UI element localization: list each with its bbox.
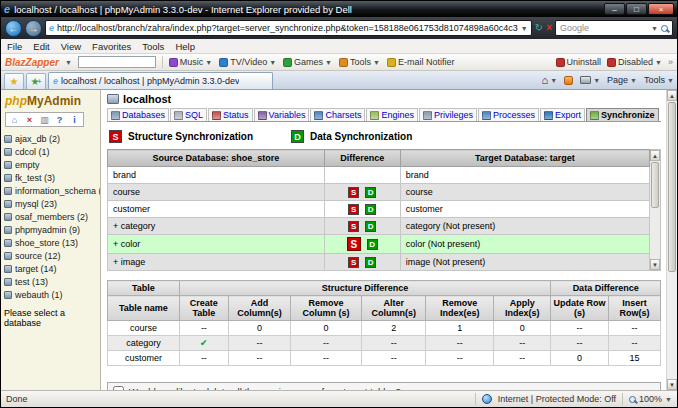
tab-processes[interactable]: Processes <box>478 108 539 121</box>
sidebar-item-source[interactable]: source (12) <box>4 249 98 262</box>
zoom-control[interactable]: 100% ▼ <box>629 394 672 404</box>
sidebar-item-mysql[interactable]: mysql (23) <box>4 197 98 210</box>
forward-button[interactable]: → <box>25 20 42 37</box>
database-label: target (14) <box>15 264 57 274</box>
tab-variables[interactable]: Variables <box>254 108 310 121</box>
tools-icon <box>339 58 348 67</box>
menu-edit[interactable]: Edit <box>33 41 49 52</box>
diff-row: + categorySDcategory (Not present) <box>108 218 650 235</box>
browser-scroll-down-icon[interactable]: ▼ <box>667 379 677 390</box>
print-button[interactable]: ▼ <box>580 76 600 84</box>
favorites-icon[interactable]: ★ <box>4 73 24 89</box>
sidebar-item-phpmyadmin[interactable]: phpmyadmin (9) <box>4 223 98 236</box>
sidebar-item-fk-test[interactable]: fk_test (3) <box>4 171 98 184</box>
menu-favorites[interactable]: Favorites <box>92 41 131 52</box>
tab-charsets[interactable]: Charsets <box>310 108 365 121</box>
close-button[interactable]: × <box>648 3 674 15</box>
info-icon[interactable]: i <box>69 114 80 125</box>
databases-icon <box>111 111 120 120</box>
tools-menu[interactable]: Tools▼ <box>644 75 674 85</box>
search-icon[interactable] <box>661 25 668 32</box>
structure-sync-button[interactable]: S <box>348 221 359 232</box>
menu-file[interactable]: File <box>7 41 22 52</box>
toolbar-search-input[interactable] <box>78 56 156 68</box>
data-sync-icon: D <box>291 130 304 143</box>
sidebar-item-webauth[interactable]: webauth (1) <box>4 288 98 301</box>
pma-logo[interactable]: phpMyAdmin <box>5 94 98 108</box>
diff-row: customerSDcustomer <box>108 201 650 218</box>
detail-column-header: Insert Row(s) <box>608 296 660 321</box>
browser-scrollbar-thumb[interactable] <box>668 102 676 272</box>
detail-row: customer------------015 <box>108 351 661 366</box>
logout-icon[interactable]: × <box>24 114 35 125</box>
sidebar-item-cdcol[interactable]: cdcol (1) <box>4 145 98 158</box>
toolbar-item-e-mail-notifier[interactable]: E-mail Notifier <box>387 57 455 67</box>
sidebar-item-test[interactable]: test (13) <box>4 275 98 288</box>
structure-sync-button[interactable]: S <box>347 237 361 251</box>
data-sync-button[interactable]: D <box>365 204 376 215</box>
data-sync-button[interactable]: D <box>365 221 376 232</box>
data-sync-button[interactable]: D <box>365 187 376 198</box>
sidebar-item-information-schema[interactable]: information_schema (28) <box>4 184 98 197</box>
sidebar-item-shoe-store[interactable]: shoe_store (13) <box>4 236 98 249</box>
tab-privileges[interactable]: Privileges <box>419 108 477 121</box>
back-button[interactable]: ← <box>5 20 22 37</box>
browser-scroll-up-icon[interactable]: ▲ <box>667 90 677 101</box>
toolbar-item-tv-video[interactable]: TV/Video▼ <box>219 57 276 67</box>
tab-status[interactable]: Status <box>208 108 253 121</box>
maximize-button[interactable]: □ <box>626 3 647 15</box>
page-menu[interactable]: Page▼ <box>607 75 637 85</box>
search-dropdown-icon[interactable]: ▼ <box>651 25 658 32</box>
search-box[interactable]: Google ▼ <box>555 20 673 36</box>
menu-view[interactable]: View <box>61 41 81 52</box>
search-input[interactable]: Google <box>560 23 648 33</box>
toolbar-item-uninstall[interactable]: Uninstall <box>556 57 602 67</box>
status-bar: Done Internet | Protected Mode: Off 100%… <box>1 390 677 407</box>
detail-table: TableStructure DifferenceData Difference… <box>107 280 661 366</box>
structure-sync-button[interactable]: S <box>348 257 359 268</box>
refresh-button[interactable]: ↻ <box>535 23 543 33</box>
sidebar-item-osaf-members[interactable]: osaf_members (2) <box>4 210 98 223</box>
address-field[interactable]: e http://localhost/branch/zahra/index.ph… <box>45 20 532 36</box>
address-dropdown-icon[interactable]: ▼ <box>521 25 528 32</box>
query-window-icon[interactable]: ▥ <box>39 114 50 125</box>
toolbar-item-games[interactable]: Games▼ <box>283 57 332 67</box>
scrollbar-thumb[interactable] <box>651 162 659 208</box>
menu-help[interactable]: Help <box>175 41 195 52</box>
tab-sql[interactable]: SQL <box>170 108 207 121</box>
sidebar-item-target[interactable]: target (14) <box>4 262 98 275</box>
minimize-button[interactable]: – <box>604 3 625 15</box>
tab-engines[interactable]: Engines <box>366 108 418 121</box>
diff-table-body: brandbrandcourseSDcoursecustomerSDcustom… <box>108 167 650 271</box>
feeds-button[interactable] <box>564 76 573 85</box>
home-icon[interactable]: ⌂ <box>9 114 20 125</box>
url-text[interactable]: http://localhost/branch/zahra/index.php?… <box>57 23 518 33</box>
structure-sync-button[interactable]: S <box>348 187 359 198</box>
tab-export[interactable]: Export <box>540 108 585 121</box>
database-icon <box>4 148 12 156</box>
add-favorite-icon[interactable]: ★+ <box>26 73 46 89</box>
difference-header: Difference <box>324 150 400 167</box>
tab-databases[interactable]: Databases <box>107 108 169 121</box>
scroll-up-icon[interactable]: ▲ <box>650 150 660 161</box>
brand-dropdown-icon[interactable]: ▼ <box>65 59 72 66</box>
stop-button[interactable]: × <box>546 23 552 33</box>
structure-sync-button[interactable]: S <box>348 204 359 215</box>
docs-icon[interactable]: ? <box>54 114 65 125</box>
menu-tools[interactable]: Tools <box>142 41 164 52</box>
browser-tab[interactable]: e localhost / localhost | phpMyAdmin 3.3… <box>48 72 273 89</box>
data-sync-button[interactable]: D <box>365 257 376 268</box>
data-sync-button[interactable]: D <box>367 239 378 250</box>
toolbar-item-tools[interactable]: Tools▼ <box>339 57 380 67</box>
tab-synchronize[interactable]: Synchronize <box>586 108 659 121</box>
pma-logo-php: php <box>5 94 27 108</box>
home-button[interactable]: ⌂▼ <box>542 74 558 86</box>
sidebar-item-ajax-db[interactable]: ajax_db (2) <box>4 132 98 145</box>
sidebar-item-empty[interactable]: empty <box>4 158 98 171</box>
toolbar-item-disabled[interactable]: Disabled▼ <box>607 57 662 67</box>
blazzapper-logo[interactable]: BlazZapper <box>5 57 59 68</box>
toolbar-overflow-icon[interactable]: » <box>668 57 673 67</box>
diff-row: courseSDcourse <box>108 184 650 201</box>
toolbar-item-music[interactable]: Music▼ <box>169 57 212 67</box>
scroll-down-icon[interactable]: ▼ <box>650 259 660 270</box>
